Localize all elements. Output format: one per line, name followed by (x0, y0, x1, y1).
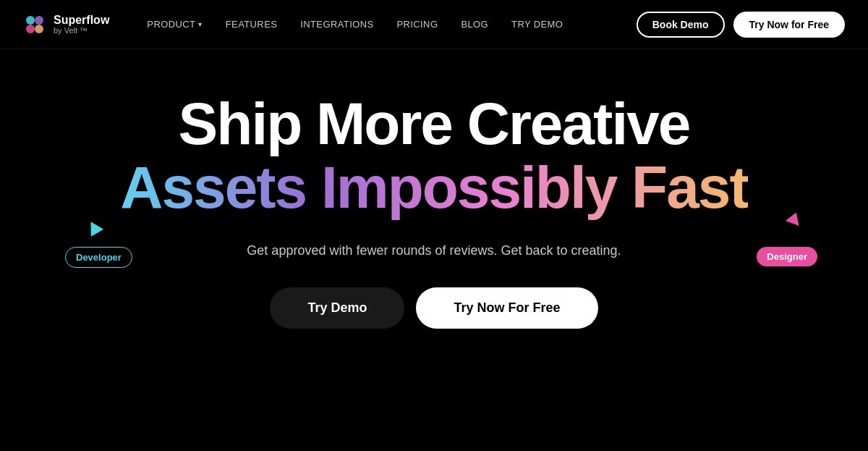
svg-point-1 (35, 16, 43, 25)
nav-actions: Book Demo Try Now for Free (637, 12, 845, 38)
hero-title-line1: Ship More Creative (179, 93, 690, 155)
nav-links: PRODUCT FEATURES INTEGRATIONS PRICING BL… (138, 14, 636, 34)
logo[interactable]: Superflow by Velt ™ (23, 13, 109, 36)
logo-sub: by Velt ™ (54, 26, 109, 35)
hero-title-line2: Assets Impossibly Fast (120, 155, 747, 220)
logo-name: Superflow (54, 14, 109, 27)
hero-section: Ship More Creative Assets Impossibly Fas… (0, 49, 868, 343)
svg-point-0 (26, 16, 35, 25)
nav-pricing[interactable]: PRICING (388, 14, 446, 34)
svg-point-2 (26, 25, 35, 33)
try-now-free-nav-button[interactable]: Try Now for Free (733, 12, 845, 38)
cursor-blue-icon (85, 218, 103, 237)
cursor-pink-icon (786, 210, 803, 226)
developer-badge: Developer (65, 247, 132, 268)
designer-badge: Designer (757, 247, 817, 266)
nav-try-demo[interactable]: TRY DEMO (503, 14, 571, 34)
hero-subtitle: Get approved with fewer rounds of review… (247, 243, 621, 258)
try-demo-button[interactable]: Try Demo (270, 287, 404, 329)
nav-product[interactable]: PRODUCT (138, 14, 210, 34)
nav-blog[interactable]: BLOG (452, 14, 497, 34)
nav-integrations[interactable]: INTEGRATIONS (292, 14, 382, 34)
try-now-free-hero-button[interactable]: Try Now For Free (416, 287, 597, 329)
developer-badge-wrap: Developer (65, 234, 132, 268)
navbar: Superflow by Velt ™ PRODUCT FEATURES INT… (0, 0, 868, 49)
book-demo-button[interactable]: Book Demo (637, 12, 725, 38)
logo-icon (23, 13, 46, 36)
cta-row: Try Demo Try Now For Free (270, 287, 597, 329)
svg-point-3 (35, 25, 43, 33)
designer-badge-wrap: Designer (757, 235, 817, 266)
nav-features[interactable]: FEATURES (217, 14, 286, 34)
hero-subtitle-row: Developer Get approved with fewer rounds… (0, 243, 868, 258)
